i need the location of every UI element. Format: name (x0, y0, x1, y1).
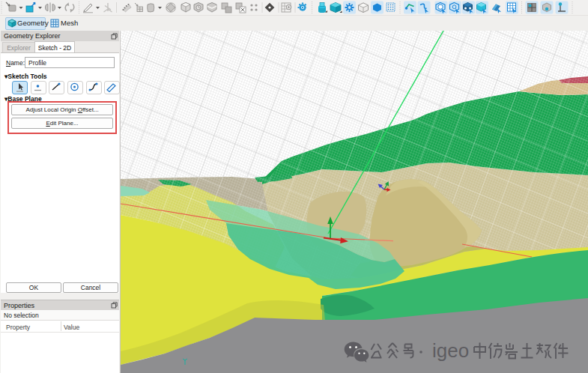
svg-text:igeo: igeo (432, 339, 469, 362)
